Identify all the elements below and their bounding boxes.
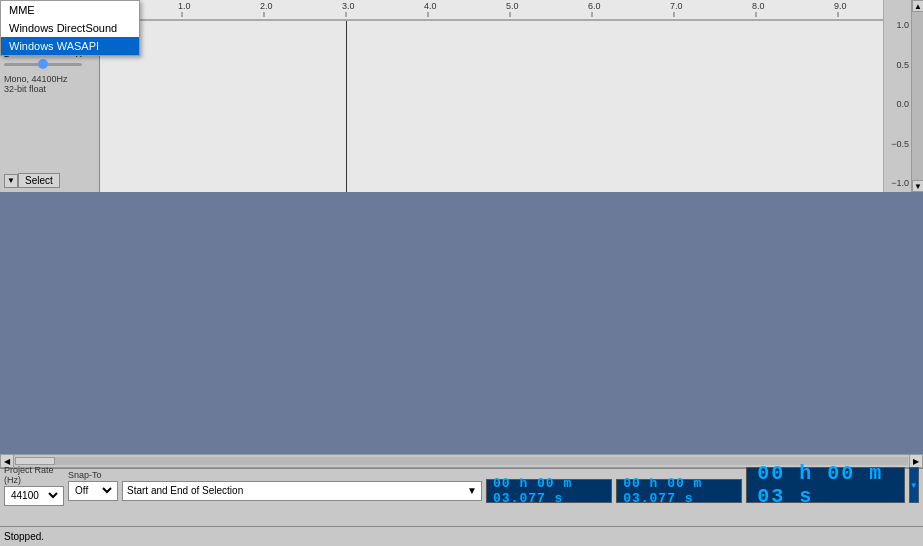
selection-type-group: x Start and End of Selection ▼ (122, 470, 482, 501)
ruler-svg: 0.0 1.0 2.0 3.0 4.0 5.0 6.0 7.0 (100, 0, 883, 17)
time-end-value: 00 h 00 m 03.077 s (623, 476, 735, 506)
bottom-bar: Project Rate (Hz) 44100 48000 96000 Snap… (0, 468, 923, 526)
waveform-canvas[interactable] (100, 20, 883, 192)
time-end-display[interactable]: 00 h 00 m 03.077 s (616, 479, 742, 503)
snap-to-group: Snap-To Off On (68, 470, 118, 501)
wasapi-option[interactable]: Windows WASAPI (1, 37, 139, 55)
select-button[interactable]: Select (18, 173, 60, 188)
selection-type-dropdown[interactable]: Start and End of Selection ▼ (122, 481, 482, 501)
track-arrow-btn[interactable]: ▼ (4, 174, 18, 188)
time-start-group: x 00 h 00 m 03.077 s (486, 468, 612, 503)
scroll-track-v (912, 12, 923, 180)
middle-area (0, 192, 923, 454)
svg-text:9.0: 9.0 (834, 1, 847, 11)
y-label-2: 0.5 (896, 60, 911, 70)
time-start-value: 00 h 00 m 03.077 s (493, 476, 605, 506)
snap-to-label: Snap-To (68, 470, 118, 480)
track-area: MME Windows DirectSound Windows WASAPI A… (0, 0, 923, 192)
svg-text:3.0: 3.0 (342, 1, 355, 11)
selection-type-label: Start and End of Selection (127, 485, 243, 496)
scroll-down-btn[interactable]: ▼ (912, 180, 923, 192)
selection-dropdown-arrow: ▼ (467, 485, 477, 496)
time-right-section: 00 h 00 m 03 s ▼ (746, 467, 919, 503)
project-rate-group: Project Rate (Hz) 44100 48000 96000 (4, 465, 64, 506)
pan-slider-thumb[interactable] (38, 59, 48, 69)
time-large-display[interactable]: 00 h 00 m 03 s (746, 467, 904, 503)
y-label-1: 1.0 (896, 20, 911, 30)
mme-option[interactable]: MME (1, 1, 139, 19)
app-window: MME Windows DirectSound Windows WASAPI A… (0, 0, 923, 546)
time-start-display[interactable]: 00 h 00 m 03.077 s (486, 479, 612, 503)
y-axis: 1.0 0.5 0.0 −0.5 −1.0 (883, 0, 911, 192)
status-bar: Stopped. (0, 526, 923, 546)
track-info: Mono, 44100Hz 32-bit float (4, 74, 95, 94)
track-info-line2: 32-bit float (4, 84, 95, 94)
y-label-4: −0.5 (891, 139, 911, 149)
directsound-option[interactable]: Windows DirectSound (1, 19, 139, 37)
time-end-group: x 00 h 00 m 03.077 s (616, 468, 742, 503)
time-large-value: 00 h 00 m 03 s (757, 462, 893, 508)
playhead (346, 21, 347, 192)
y-label-3: 0.0 (896, 99, 911, 109)
scroll-right-btn[interactable]: ▶ (909, 454, 923, 468)
svg-text:2.0: 2.0 (260, 1, 273, 11)
controls-row: Project Rate (Hz) 44100 48000 96000 Snap… (0, 469, 923, 501)
pan-slider-track (4, 63, 82, 66)
svg-text:5.0: 5.0 (506, 1, 519, 11)
select-btn-row: ▼ Select (4, 173, 95, 188)
project-rate-label: Project Rate (Hz) (4, 465, 64, 485)
right-scrollbar: ▲ ▼ (911, 0, 923, 192)
snap-to-select[interactable]: Off On (71, 484, 115, 497)
time-scroll-arrow[interactable]: ▼ (909, 467, 919, 503)
scroll-up-btn[interactable]: ▲ (912, 0, 923, 12)
ruler: 0.0 1.0 2.0 3.0 4.0 5.0 6.0 7.0 (100, 0, 883, 20)
svg-text:7.0: 7.0 (670, 1, 683, 11)
snap-to-combo[interactable]: Off On (68, 481, 118, 501)
track-info-line1: Mono, 44100Hz (4, 74, 95, 84)
svg-text:1.0: 1.0 (178, 1, 191, 11)
status-text: Stopped. (4, 531, 44, 542)
project-rate-select[interactable]: 44100 48000 96000 (7, 489, 61, 502)
project-rate-combo[interactable]: 44100 48000 96000 (4, 486, 64, 506)
svg-text:4.0: 4.0 (424, 1, 437, 11)
waveform-section: 0.0 1.0 2.0 3.0 4.0 5.0 6.0 7.0 (100, 0, 883, 192)
audio-host-dropdown[interactable]: MME Windows DirectSound Windows WASAPI (0, 0, 140, 56)
svg-text:8.0: 8.0 (752, 1, 765, 11)
y-label-5: −1.0 (891, 178, 911, 188)
svg-text:6.0: 6.0 (588, 1, 601, 11)
